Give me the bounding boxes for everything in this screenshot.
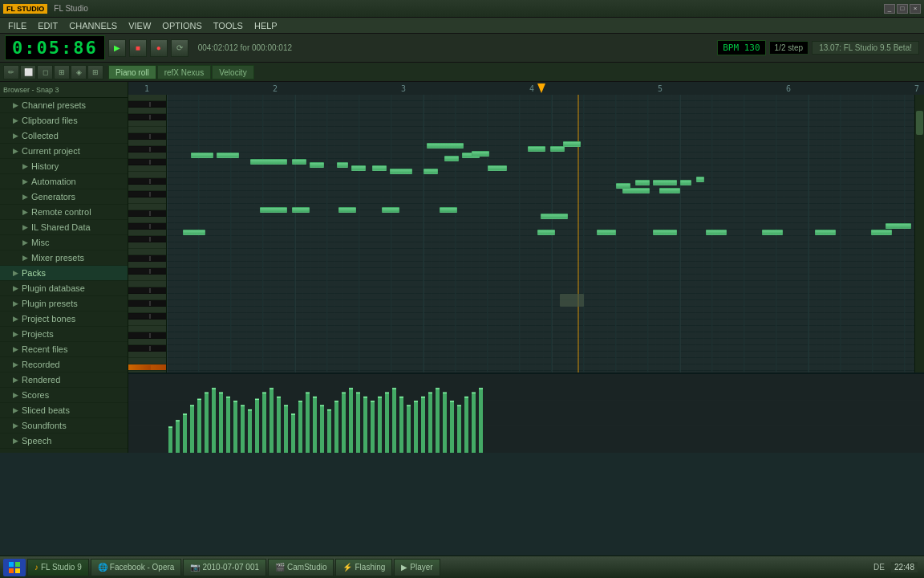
menu-view[interactable]: VIEW [124,19,156,32]
note[interactable] [653,180,677,185]
note[interactable] [706,230,727,235]
tab-piano-roll[interactable]: Piano roll [108,65,156,79]
sidebar-item-recent-files[interactable]: ▶ Recent files [0,342,128,357]
note[interactable] [390,169,412,174]
sidebar-item-mixer-presets[interactable]: ▶ Mixer presets [0,250,128,266]
note-grid[interactable] [167,95,914,372]
sidebar-item-il-shared[interactable]: ▶ IL Shared Data [0,220,128,235]
sidebar-item-clipboard[interactable]: ▶ Clipboard files [0,113,128,128]
piano-key-white[interactable] [128,204,166,210]
piano-key-black[interactable] [128,178,166,185]
note[interactable] [622,188,650,193]
sidebar-item-collected[interactable]: ▶ Collected [0,128,128,144]
note[interactable] [250,159,287,165]
note[interactable] [444,156,459,161]
note[interactable] [528,146,545,152]
piano-key-white[interactable] [128,172,166,178]
note[interactable] [537,230,555,235]
piano-key-white[interactable] [128,320,166,326]
piano-key-white[interactable] [128,127,166,133]
note[interactable] [472,151,489,157]
menu-channels[interactable]: CHANNELS [64,19,122,32]
sidebar-item-scores[interactable]: ▶ Scores [0,388,128,403]
taskbar-flashing[interactable]: ⚡ Flashing [335,559,392,576]
piano-key-white[interactable] [128,217,166,223]
menu-file[interactable]: FILE [3,19,31,32]
taskbar-fl-studio[interactable]: ♪ FL Studio 9 [27,559,89,576]
note[interactable] [659,188,680,193]
close-button[interactable]: × [910,4,921,14]
sidebar-item-sliced-beats[interactable]: ▶ Sliced beats [0,403,128,418]
piano-key-white[interactable] [128,352,166,358]
note[interactable] [427,143,464,149]
piano-key-black[interactable] [128,236,166,242]
note[interactable] [762,230,783,235]
minimize-button[interactable]: _ [884,4,895,14]
stop-button[interactable]: ■ [129,39,147,57]
note[interactable] [871,230,892,235]
sidebar-item-project-bones[interactable]: ▶ Project bones [0,311,128,327]
piano-key-white[interactable] [128,339,166,345]
sidebar-item-remote-control[interactable]: ▶ Remote control [0,205,128,220]
sidebar-item-misc[interactable]: ▶ Misc [0,235,128,250]
piano-key-white[interactable] [128,165,166,172]
piano-key-black[interactable] [128,300,166,307]
note[interactable] [886,223,911,229]
sidebar-item-packs[interactable]: ▶ Packs [0,266,128,281]
erase-tool[interactable]: ◻ [37,65,53,79]
note[interactable] [183,230,205,235]
piano-key-white[interactable] [128,307,166,313]
grid-btn[interactable]: ⊞ [87,65,103,79]
sidebar-item-automation[interactable]: ▶ Automation [0,174,128,189]
piano-key-white[interactable] [128,95,166,101]
piano-key-white[interactable] [128,358,166,364]
taskbar-player[interactable]: ▶ Player [394,559,440,576]
note[interactable] [338,207,356,213]
piano-key-black[interactable] [128,345,166,352]
note[interactable] [680,180,691,185]
snap-btn[interactable]: ◈ [71,65,87,79]
menu-options[interactable]: OPTIONS [157,19,207,32]
piano-key-black[interactable] [128,133,166,140]
piano-key-white[interactable] [128,108,166,114]
note[interactable] [488,165,507,171]
start-button[interactable] [3,559,26,576]
sidebar-item-generators[interactable]: ▶ Generators [0,189,128,205]
note[interactable] [653,230,677,235]
note[interactable] [424,169,438,174]
piano-key-black[interactable] [128,210,166,217]
piano-key-white[interactable] [128,120,166,127]
sidebar-item-channel-presets[interactable]: ▶ Channel presets [0,98,128,113]
piano-key-black[interactable] [128,287,166,294]
piano-key-black[interactable] [128,159,166,165]
note[interactable] [563,141,581,147]
tab-velocity[interactable]: Velocity [212,65,253,79]
note[interactable] [260,207,287,213]
sidebar-item-plugin-presets[interactable]: ▶ Plugin presets [0,296,128,311]
sidebar-item-plugin-database[interactable]: ▶ Plugin database [0,281,128,296]
note[interactable] [597,230,616,235]
menu-tools[interactable]: TOOLS [209,19,248,32]
note[interactable] [815,230,836,235]
sidebar-item-recorded[interactable]: ▶ Recorded [0,357,128,372]
note[interactable] [696,177,704,182]
piano-key-orange[interactable] [128,364,166,371]
record-button[interactable]: ● [150,39,168,57]
piano-key-white[interactable] [128,140,166,146]
taskbar-photo[interactable]: 📷 2010-07-07 001 [183,559,266,576]
piano-key-black[interactable] [128,191,166,197]
sidebar-item-rendered[interactable]: ▶ Rendered [0,372,128,388]
note[interactable] [292,207,310,213]
piano-key-black[interactable] [128,223,166,230]
sidebar-item-soundfonts[interactable]: ▶ Soundfonts [0,418,128,434]
piano-key-black[interactable] [128,332,166,339]
piano-key-black[interactable] [128,313,166,320]
select-tool[interactable]: ⬜ [20,65,36,79]
taskbar-camstudio[interactable]: 🎬 CamStudio [268,559,334,576]
piano-key-black[interactable] [128,114,166,120]
tab-refx[interactable]: refX Nexus [157,65,211,79]
note[interactable] [337,162,348,168]
note[interactable] [382,207,399,213]
note[interactable] [440,207,457,213]
note[interactable] [635,180,650,185]
